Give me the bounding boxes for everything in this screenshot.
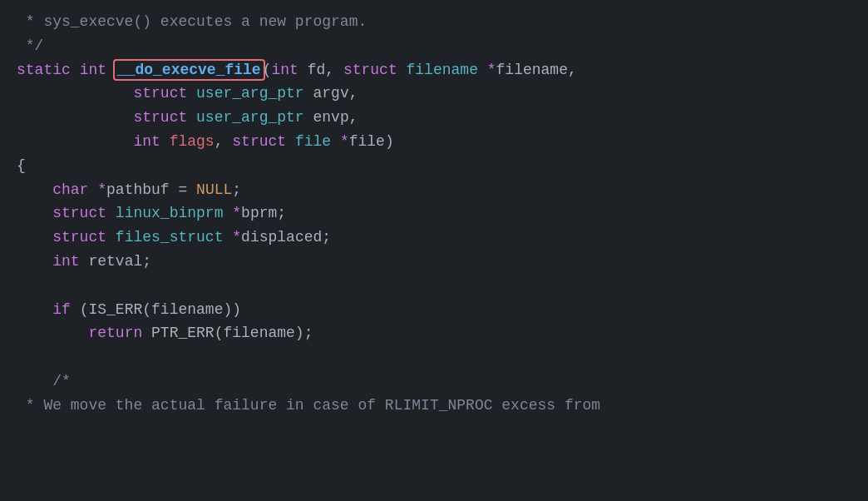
function-name: __do_execve_file xyxy=(117,62,261,78)
param-envp: envp, xyxy=(313,109,358,126)
comma-1: , xyxy=(215,133,233,150)
type-file: file xyxy=(286,133,340,150)
var-pathbuf: pathbuf = xyxy=(106,181,196,198)
keyword-struct-4: struct xyxy=(232,133,286,150)
pointer-star-3: * xyxy=(97,181,106,198)
keyword-struct-5: struct xyxy=(52,205,106,221)
type-linux-binprm: linux_binprm xyxy=(106,205,232,221)
keyword-int-2: int xyxy=(133,133,160,150)
keyword-struct-1: struct xyxy=(343,62,397,78)
keyword-char: char xyxy=(52,181,88,198)
space-1 xyxy=(160,133,170,150)
comment-line-2: */ xyxy=(17,37,43,54)
null-value: NULL xyxy=(196,181,232,198)
pointer-star-1: * xyxy=(487,62,496,78)
var-retval: retval; xyxy=(80,253,151,270)
var-displaced: displaced; xyxy=(241,229,331,246)
keyword-struct-6: struct xyxy=(52,229,106,246)
keyword-struct-3: struct xyxy=(133,109,187,126)
type-filename: filename xyxy=(397,62,487,78)
comment-line-1: * sys_execve() executes a new program. xyxy=(17,13,367,30)
semi-1: ; xyxy=(232,181,241,198)
code-editor: * sys_execve() executes a new program. *… xyxy=(0,0,868,428)
keyword-int: int xyxy=(80,62,106,78)
param-filename: filename, xyxy=(496,62,577,78)
keyword-static: static xyxy=(17,62,71,78)
type-user-arg-ptr-1: user_arg_ptr xyxy=(187,85,313,102)
param-fd: fd, xyxy=(298,62,343,78)
pointer-star-2: * xyxy=(340,133,349,150)
pointer-star-4: * xyxy=(232,205,241,221)
open-brace: { xyxy=(17,157,26,174)
open-paren: ( xyxy=(263,62,272,78)
keyword-int-param: int xyxy=(271,62,298,78)
type-files-struct: files_struct xyxy=(106,229,232,246)
param-file: file) xyxy=(349,133,394,150)
var-bprm: bprm; xyxy=(241,205,286,221)
comment-block-line: * We move the actual failure in case of … xyxy=(17,397,600,414)
keyword-return: return xyxy=(88,325,142,341)
keyword-int-3: int xyxy=(52,253,79,270)
pointer-star-5: * xyxy=(232,229,241,246)
param-flags: flags xyxy=(170,133,215,150)
keyword-if: if xyxy=(52,301,71,318)
param-argv: argv, xyxy=(313,85,358,102)
keyword-struct-2: struct xyxy=(133,85,187,102)
type-user-arg-ptr-2: user_arg_ptr xyxy=(187,109,313,126)
comment-block-start: /* xyxy=(52,373,71,389)
return-expr: PTR_ERR(filename); xyxy=(142,325,313,341)
if-condition: (IS_ERR(filename)) xyxy=(71,301,241,318)
